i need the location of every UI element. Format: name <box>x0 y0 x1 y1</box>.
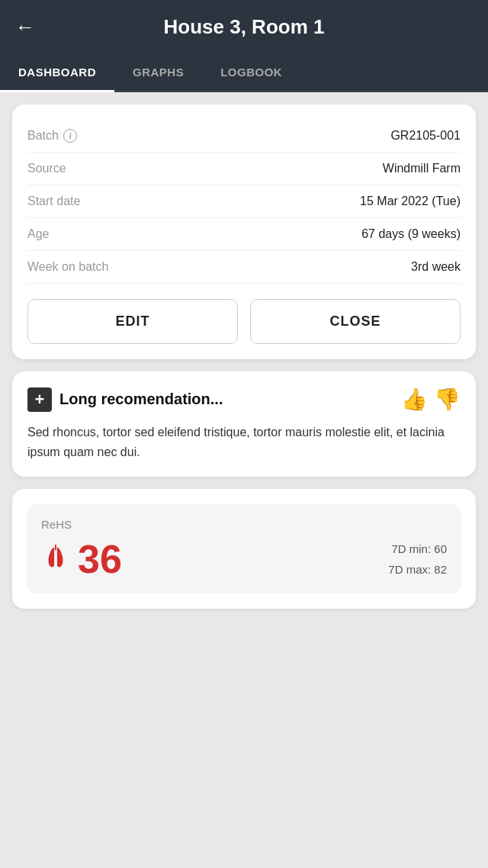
week-on-batch-row: Week on batch 3rd week <box>27 251 461 284</box>
rehs-value: 36 <box>78 539 122 579</box>
rehs-min: 7D min: 60 <box>388 538 447 559</box>
tab-graphs[interactable]: GRAPHS <box>114 53 202 91</box>
batch-row: Batch i GR2105-001 <box>27 120 461 153</box>
tab-bar: DASHBOARD GRAPHS LOGBOOK <box>0 53 488 92</box>
back-button[interactable]: ← <box>15 15 35 39</box>
recommendation-header: + Long recomendation... 👍 👎 <box>27 387 461 412</box>
age-value: 67 days (9 weeks) <box>361 227 461 241</box>
rehs-inner: ReHS 36 <box>27 504 461 593</box>
start-date-label: Start date <box>27 194 80 208</box>
rehs-max: 7D max: 82 <box>388 559 447 580</box>
rehs-label: ReHS <box>41 518 447 531</box>
thumbs-container: 👍 👎 <box>401 387 461 412</box>
start-date-row: Start date 15 Mar 2022 (Tue) <box>27 185 461 218</box>
source-value: Windmill Farm <box>383 162 461 175</box>
tab-logbook[interactable]: LOGBOOK <box>202 53 300 91</box>
app-header: ← House 3, Room 1 <box>0 0 488 53</box>
batch-label: Batch i <box>27 129 77 143</box>
batch-value: GR2105-001 <box>390 129 461 143</box>
rehs-body: 36 7D min: 60 7D max: 82 <box>41 538 447 580</box>
source-label: Source <box>27 162 66 175</box>
batch-text: Batch <box>27 129 59 143</box>
week-on-batch-value: 3rd week <box>411 260 461 274</box>
batch-card: Batch i GR2105-001 Source Windmill Farm … <box>12 104 476 359</box>
start-date-value: 15 Mar 2022 (Tue) <box>360 194 461 208</box>
age-label: Age <box>27 227 49 241</box>
close-button[interactable]: CLOSE <box>250 299 461 344</box>
batch-actions: EDIT CLOSE <box>27 299 461 344</box>
thumbs-down-button[interactable]: 👎 <box>434 387 461 412</box>
recommendation-body: Sed rhoncus, tortor sed eleifend tristiq… <box>27 423 461 461</box>
thumbs-up-button[interactable]: 👍 <box>401 387 428 412</box>
source-row: Source Windmill Farm <box>27 153 461 185</box>
rehs-left: 36 <box>41 539 122 579</box>
lung-icon <box>41 542 70 577</box>
week-on-batch-label: Week on batch <box>27 260 108 274</box>
rehs-card: ReHS 36 <box>12 489 476 609</box>
svg-rect-0 <box>55 544 56 550</box>
main-content: Batch i GR2105-001 Source Windmill Farm … <box>0 92 488 621</box>
page-title: House 3, Room 1 <box>50 15 438 39</box>
edit-button[interactable]: EDIT <box>27 299 238 344</box>
recommendation-title: Long recomendation... <box>59 391 393 408</box>
rehs-stats: 7D min: 60 7D max: 82 <box>388 538 447 580</box>
age-row: Age 67 days (9 weeks) <box>27 218 461 251</box>
plus-icon: + <box>27 387 52 412</box>
tab-dashboard[interactable]: DASHBOARD <box>0 53 114 91</box>
recommendation-card: + Long recomendation... 👍 👎 Sed rhoncus,… <box>12 371 476 477</box>
info-icon[interactable]: i <box>63 129 77 143</box>
